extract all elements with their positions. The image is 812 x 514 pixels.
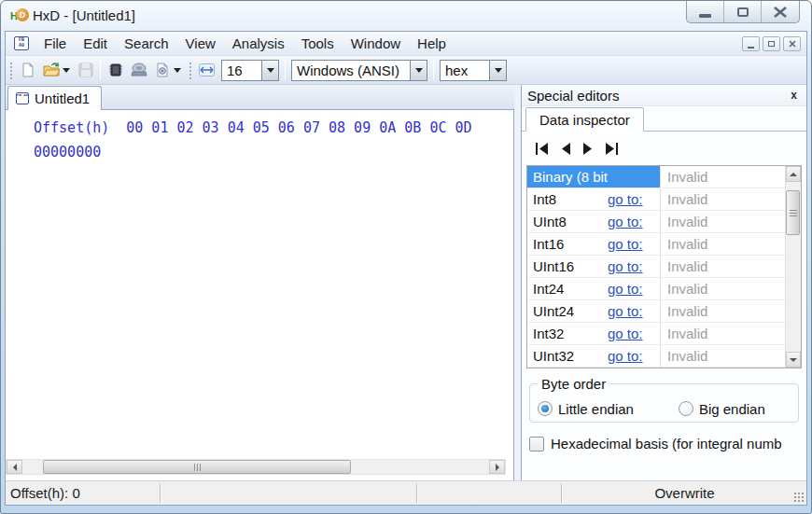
hex-row-offset[interactable]: 00000000: [6, 136, 513, 160]
toolbar-separator-3: [433, 60, 434, 80]
open-disk-image-button[interactable]: [150, 59, 174, 81]
big-endian-radio[interactable]: Big endian: [679, 396, 765, 422]
mdi-minimize-icon: [748, 47, 754, 49]
goto-link[interactable]: go to:: [608, 303, 643, 319]
titlebar[interactable]: H D HxD - [Untitled1]: [1, 1, 811, 31]
scroll-right-button[interactable]: [489, 460, 505, 474]
goto-link[interactable]: go to:: [608, 236, 643, 252]
special-editors-panel: Special editors x Data inspector: [521, 85, 806, 480]
hex-column-headers: 00 01 02 03 04 05 06 07 08 09 0A 0B 0C 0…: [126, 119, 471, 136]
new-file-button[interactable]: [16, 59, 39, 81]
bytes-per-row-dropdown[interactable]: [261, 61, 278, 80]
inspector-row-binary[interactable]: Binary (8 bit) Invalid: [527, 166, 785, 188]
open-file-button[interactable]: [39, 59, 63, 81]
inspector-row-int32[interactable]: Int32 go to: Invalid: [527, 323, 785, 345]
goto-link[interactable]: go to:: [608, 326, 643, 341]
row-value: Invalid: [660, 278, 785, 299]
inspector-nav-row: [522, 132, 806, 165]
hexadecimal-basis-label: Hexadecimal basis (for integral numb: [551, 436, 782, 451]
bytes-per-row-button[interactable]: [195, 59, 218, 81]
byte-order-group: Byte order Little endian Big endian: [529, 383, 799, 423]
inspector-row-int8[interactable]: Int8 go to: Invalid: [527, 188, 785, 211]
menu-search[interactable]: Search: [116, 33, 177, 54]
menu-analysis[interactable]: Analysis: [224, 33, 293, 54]
mdi-minimize-button[interactable]: [742, 36, 760, 51]
little-endian-radio[interactable]: Little endian: [538, 396, 634, 422]
open-dropdown-arrow[interactable]: [63, 68, 70, 73]
radio-unselected-icon: [679, 401, 693, 416]
row-goto: go to:: [608, 191, 660, 207]
menu-tools[interactable]: Tools: [293, 33, 343, 54]
client-area: FB A0 Untitled1 Offset(h)00 01 02 03 04 …: [6, 85, 806, 480]
hxd-icon-d: D: [16, 8, 29, 21]
tab-untitled1[interactable]: FB A0 Untitled1: [7, 86, 102, 110]
encoding-dropdown[interactable]: [410, 61, 427, 80]
hex-offset-label: Offset(h): [34, 119, 109, 136]
goto-link[interactable]: go to:: [608, 214, 643, 229]
bytes-per-row-combobox[interactable]: 16: [221, 60, 279, 81]
goto-link[interactable]: go to:: [608, 191, 643, 207]
resize-grip[interactable]: [793, 492, 805, 503]
save-button[interactable]: [74, 59, 97, 81]
inspector-row-uint24[interactable]: UInt24 go to: Invalid: [527, 300, 785, 323]
toolbar-gripper[interactable]: [8, 61, 13, 79]
mdi-restore-button[interactable]: [763, 36, 780, 51]
window-controls: [686, 1, 800, 23]
ram-chip-icon: [108, 63, 123, 77]
menu-view[interactable]: View: [177, 33, 224, 54]
inspector-vertical-scrollbar[interactable]: [785, 166, 801, 368]
open-ram-button[interactable]: [104, 59, 127, 81]
first-byte-button[interactable]: [535, 143, 549, 155]
menu-edit[interactable]: Edit: [75, 33, 116, 54]
offset-base-combobox[interactable]: hex: [440, 60, 507, 81]
maximize-icon: [737, 7, 749, 17]
last-byte-button[interactable]: [605, 143, 619, 155]
row-value: Invalid: [660, 300, 785, 322]
goto-link[interactable]: go to:: [608, 258, 643, 274]
goto-link[interactable]: go to:: [608, 281, 643, 297]
inspector-row-int24[interactable]: Int24 go to: Invalid: [527, 278, 785, 300]
row-goto: go to:: [608, 348, 660, 364]
mdi-close-button[interactable]: [783, 36, 801, 51]
horizontal-scroll-track[interactable]: [22, 460, 489, 474]
menu-file[interactable]: File: [35, 33, 75, 54]
width-arrows-icon: [199, 63, 215, 76]
panel-close-button[interactable]: x: [787, 89, 801, 102]
row-goto: go to:: [608, 281, 660, 297]
status-offset: Offset(h): 0: [6, 481, 160, 505]
hexadecimal-basis-checkbox[interactable]: [529, 437, 544, 451]
maximize-button[interactable]: [724, 1, 762, 22]
hex-file-icon: FB A0: [16, 92, 29, 104]
close-button[interactable]: [762, 1, 799, 22]
inspector-row-uint32[interactable]: UInt32 go to: Invalid: [527, 345, 785, 368]
horizontal-scroll-thumb[interactable]: [43, 460, 351, 474]
toolbar: 16 Windows (ANSI) hex: [6, 56, 806, 85]
goto-link[interactable]: go to:: [608, 348, 643, 364]
inspector-scroll-thumb[interactable]: [786, 190, 800, 235]
inspector-scroll-up-button[interactable]: [786, 166, 801, 182]
document-system-icon[interactable]: FBA0: [14, 36, 29, 50]
tab-data-inspector[interactable]: Data inspector: [525, 107, 644, 132]
encoding-combobox[interactable]: Windows (ANSI): [291, 60, 427, 81]
inspector-scroll-down-button[interactable]: [786, 352, 801, 368]
row-label: UInt32: [527, 348, 608, 364]
offset-base-dropdown[interactable]: [489, 61, 506, 80]
disk-image-dropdown-arrow[interactable]: [174, 68, 181, 73]
menu-window[interactable]: Window: [343, 33, 409, 54]
toolbar-gripper-2[interactable]: [188, 61, 192, 79]
pane-splitter[interactable]: [514, 85, 521, 480]
inspector-row-int16[interactable]: Int16 go to: Invalid: [527, 233, 785, 256]
disk-drive-icon: [131, 63, 147, 77]
open-disk-button[interactable]: [127, 59, 150, 81]
inspector-row-uint16[interactable]: UInt16 go to: Invalid: [527, 256, 785, 278]
next-byte-button[interactable]: [582, 143, 594, 155]
minimize-button[interactable]: [687, 1, 724, 22]
menu-help[interactable]: Help: [409, 33, 455, 54]
scroll-left-button[interactable]: [7, 460, 22, 474]
row-goto: go to:: [608, 258, 660, 274]
previous-byte-button[interactable]: [560, 143, 571, 155]
horizontal-scrollbar[interactable]: [6, 459, 506, 475]
inspector-row-uint8[interactable]: UInt8 go to: Invalid: [527, 211, 785, 233]
hex-editor[interactable]: Offset(h)00 01 02 03 04 05 06 07 08 09 0…: [6, 110, 514, 480]
status-empty-1: [161, 481, 416, 505]
